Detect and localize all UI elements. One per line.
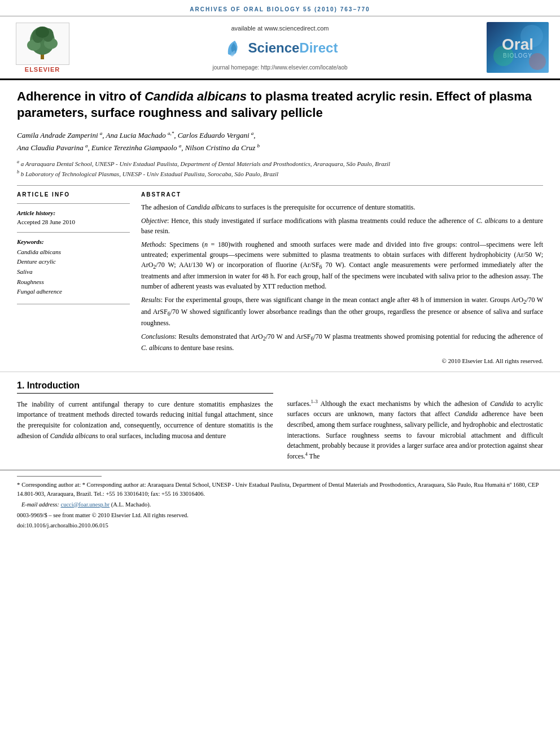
svg-point-6 (36, 27, 49, 38)
title-italic: Candida albicans (145, 89, 247, 103)
abstract-heading: Abstract (141, 191, 543, 198)
authors-line: Camila Andrade Zamperini a, Ana Lucia Ma… (17, 129, 543, 154)
affiliation-b: b Laboratory of Technological Plasmas, U… (21, 170, 278, 177)
oral-text: Oral (502, 37, 533, 53)
copyright-line: © 2010 Elsevier Ltd. All rights reserved… (141, 356, 543, 366)
abstract-conclusions: Conclusions: Results demonstrated that A… (141, 331, 543, 353)
footnote-email-line: E-mail address: cucci@foar.unesp.br (A.L… (17, 500, 543, 509)
corresponding-author-label: Corresponding author at: (21, 482, 82, 488)
accepted-value: Accepted 28 June 2010 (17, 219, 130, 225)
intro-right-text: surfaces.1–3 Although the exact mechanis… (287, 399, 544, 462)
article-info-heading: Article Info (17, 191, 130, 198)
divider-line (17, 185, 543, 186)
available-at-text: available at www.sciencedirect.com (79, 25, 481, 32)
abstract-methods: Methods: Specimens (n = 180)with roughen… (141, 239, 543, 291)
intro-number: 1. (17, 381, 24, 390)
article-content: Adherence in vitro of Candida albicans t… (0, 80, 560, 372)
abstract-body: The adhesion of Candida albicans to surf… (141, 202, 543, 366)
elsevier-tree-box (16, 23, 69, 65)
footnote-area: * Corresponding author at: * Correspondi… (0, 470, 560, 536)
affiliations: a a Araraquara Dental School, UNESP - Un… (17, 159, 543, 178)
keyword-4: Roughness (17, 277, 130, 287)
svg-point-9 (529, 53, 546, 70)
keyword-2: Denture acrylic (17, 257, 130, 267)
sciencedirect-logo: ScienceDirect (79, 36, 481, 60)
info-divider (17, 203, 130, 204)
oral-biology-logo: Oral Biology (487, 22, 549, 73)
introduction-section: 1. Introduction The inability of current… (0, 372, 560, 470)
footnote-star-line: * Corresponding author at: * Correspondi… (17, 480, 543, 499)
intro-left-text: The inability of current antifungal ther… (17, 399, 273, 441)
doi-line: doi:10.1016/j.archoralbio.2010.06.015 (17, 521, 543, 530)
journal-header-bar: Archives of Oral Biology 55 (2010) 763–7… (0, 0, 560, 16)
bottom-left-divider (17, 304, 130, 304)
footnote-divider (17, 476, 102, 477)
corresponding-author-text: * Corresponding author at: Araraquara De… (17, 482, 539, 497)
journal-name: Archives of Oral Biology 55 (2010) 763–7… (190, 6, 370, 12)
abstract-results: Results: For the experimental groups, th… (141, 295, 543, 328)
intro-right: surfaces.1–3 Although the exact mechanis… (287, 381, 544, 462)
keyword-1: Candida albicans (17, 247, 130, 257)
affiliation-a: a Araraquara Dental School, UNESP - Univ… (21, 160, 390, 167)
keywords-label: Keywords: (17, 238, 130, 245)
history-label: Article history: (17, 209, 130, 216)
center-header: available at www.sciencedirect.com Scien… (79, 25, 481, 71)
intro-heading: 1. Introduction (17, 381, 273, 394)
keyword-5: Fungal adherence (17, 287, 130, 297)
keywords-divider (17, 232, 130, 233)
abstract-intro: The adhesion of Candida albicans to surf… (141, 202, 543, 212)
elsevier-tree-svg (20, 24, 65, 63)
keywords-section: Keywords: Candida albicans Denture acryl… (17, 238, 130, 297)
publisher-row: ELSEVIER available at www.sciencedirect.… (0, 16, 560, 80)
elsevier-text-label: ELSEVIER (25, 66, 60, 73)
sciencedirect-text: ScienceDirect (248, 40, 338, 56)
elsevier-logo: ELSEVIER (11, 23, 73, 73)
right-column: Abstract The adhesion of Candida albican… (141, 191, 543, 366)
footnote-star-symbol: * (17, 481, 20, 488)
intro-left: 1. Introduction The inability of current… (17, 381, 273, 462)
journal-homepage-text: journal homepage: http://www.elsevier.co… (79, 64, 481, 71)
abstract-objective: Objective: Hence, this study investigate… (141, 216, 543, 236)
info-abstract-row: Article Info Article history: Accepted 2… (17, 191, 543, 366)
keyword-3: Saliva (17, 267, 130, 277)
sciencedirect-icon (222, 36, 246, 60)
email-address: cucci@foar.unesp.br (60, 501, 110, 508)
email-owner: (A.L. Machado). (111, 501, 151, 508)
introduction-two-col: 1. Introduction The inability of current… (17, 381, 543, 462)
intro-title: Introduction (27, 381, 80, 390)
article-title: Adherence in vitro of Candida albicans t… (17, 89, 543, 121)
issn-line: 0003-9969/$ – see front matter © 2010 El… (17, 511, 543, 520)
left-column: Article Info Article history: Accepted 2… (17, 191, 130, 366)
email-label-text: E-mail address: (21, 501, 59, 508)
